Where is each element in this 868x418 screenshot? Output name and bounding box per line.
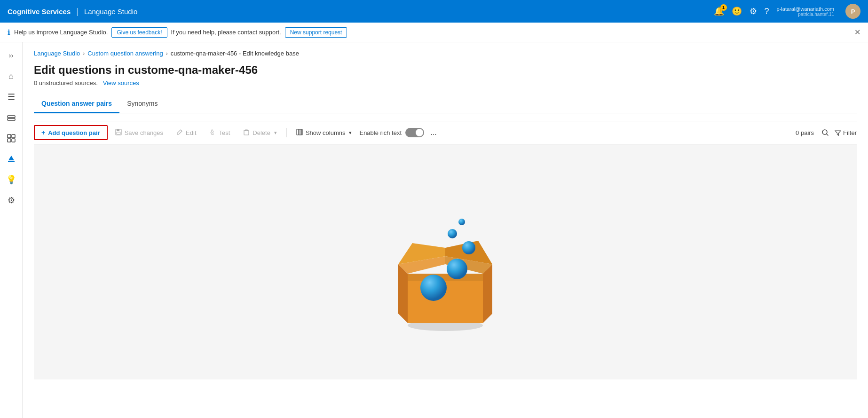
test-btn-label: Test bbox=[219, 129, 230, 136]
svg-rect-4 bbox=[8, 139, 11, 142]
main-content: Language Studio › Custom question answer… bbox=[23, 42, 868, 418]
banner: ℹ Help us improve Language Studio. Give … bbox=[0, 23, 868, 42]
svg-point-28 bbox=[447, 259, 467, 279]
svg-marker-19 bbox=[408, 274, 483, 323]
svg-marker-26 bbox=[408, 274, 483, 281]
filter-button[interactable]: Filter bbox=[835, 129, 857, 136]
breadcrumb-lang-studio[interactable]: Language Studio bbox=[34, 50, 80, 57]
close-icon[interactable]: ✕ bbox=[854, 28, 860, 37]
feedback-icon[interactable]: 🙂 bbox=[732, 6, 742, 16]
svg-rect-5 bbox=[12, 139, 15, 142]
show-columns-label: Show columns bbox=[306, 129, 346, 136]
sidebar-item-settings[interactable]: ⚙ bbox=[2, 191, 21, 210]
topbar-divider: | bbox=[76, 7, 79, 16]
notification-badge: 1 bbox=[720, 4, 727, 11]
tab-synonyms[interactable]: Synonyms bbox=[119, 95, 165, 113]
page-subtitle: 0 unstructured sources. View sources bbox=[34, 79, 857, 87]
svg-rect-15 bbox=[301, 129, 302, 135]
sidebar-item-deploy[interactable] bbox=[2, 150, 21, 168]
sidebar-item-storage[interactable] bbox=[2, 108, 21, 127]
add-question-pair-button[interactable]: + Add question pair bbox=[34, 125, 108, 140]
support-text: If you need help, please contact support… bbox=[171, 29, 281, 36]
svg-rect-14 bbox=[299, 129, 301, 135]
svg-point-27 bbox=[420, 275, 447, 301]
help-icon[interactable]: ? bbox=[765, 7, 769, 16]
breadcrumb-sep-2: › bbox=[166, 50, 168, 57]
view-sources-link[interactable]: View sources bbox=[103, 79, 139, 87]
svg-rect-13 bbox=[297, 129, 299, 135]
studio-label: Language Studio bbox=[84, 8, 137, 16]
add-btn-label: Add question pair bbox=[48, 129, 100, 136]
delete-btn-label: Delete bbox=[253, 129, 270, 136]
info-icon: ℹ bbox=[8, 28, 10, 37]
toolbar-divider-1 bbox=[286, 128, 287, 137]
toolbar: + Add question pair Save changes bbox=[34, 121, 857, 144]
save-icon bbox=[115, 129, 122, 137]
breadcrumb-current: custome-qna-maker-456 - Edit knowledge b… bbox=[171, 50, 299, 57]
empty-box-svg bbox=[379, 187, 511, 337]
breadcrumb-custom-qa[interactable]: Custom question answering bbox=[87, 50, 163, 57]
layout: ›› ⌂ ☰ 💡 ⚙ L bbox=[0, 42, 868, 418]
svg-marker-21 bbox=[483, 264, 492, 323]
svg-marker-7 bbox=[8, 156, 14, 160]
svg-rect-3 bbox=[12, 134, 15, 138]
svg-point-29 bbox=[462, 241, 475, 254]
search-button[interactable] bbox=[818, 125, 833, 140]
columns-icon bbox=[296, 129, 303, 137]
more-button[interactable]: ... bbox=[426, 125, 441, 140]
sidebar: ›› ⌂ ☰ 💡 ⚙ bbox=[0, 42, 23, 418]
brand-label: Cognitive Services bbox=[8, 8, 71, 16]
save-btn-label: Save changes bbox=[125, 129, 163, 136]
svg-rect-0 bbox=[8, 116, 15, 118]
svg-rect-1 bbox=[8, 118, 15, 120]
empty-illustration bbox=[379, 187, 511, 337]
show-columns-button[interactable]: Show columns ▾ bbox=[291, 126, 358, 140]
delete-icon bbox=[243, 129, 250, 137]
empty-state bbox=[34, 144, 857, 379]
sidebar-item-knowledge[interactable] bbox=[2, 129, 21, 148]
feedback-button[interactable]: Give us feedback! bbox=[111, 27, 167, 38]
rich-text-toggle[interactable] bbox=[405, 128, 424, 137]
svg-marker-20 bbox=[398, 264, 408, 323]
tab-qa-pairs[interactable]: Question answer pairs bbox=[34, 95, 119, 113]
edit-button[interactable]: Edit bbox=[171, 126, 202, 140]
pairs-count: 0 pairs bbox=[796, 129, 814, 136]
filter-label: Filter bbox=[843, 129, 857, 136]
sidebar-item-bulb[interactable]: 💡 bbox=[2, 170, 21, 189]
banner-text: Help us improve Language Studio. bbox=[14, 29, 108, 36]
svg-point-31 bbox=[458, 219, 465, 225]
tabs: Question answer pairs Synonyms bbox=[34, 95, 857, 113]
svg-point-30 bbox=[448, 229, 457, 238]
edit-icon bbox=[176, 129, 183, 137]
sidebar-item-menu[interactable]: ☰ bbox=[2, 87, 21, 106]
svg-line-17 bbox=[827, 134, 829, 136]
delete-button[interactable]: Delete ▾ bbox=[237, 126, 283, 140]
breadcrumb: Language Studio › Custom question answer… bbox=[34, 50, 857, 57]
sidebar-expand-button[interactable]: ›› bbox=[2, 46, 21, 65]
svg-rect-10 bbox=[117, 132, 120, 134]
svg-rect-2 bbox=[8, 134, 11, 138]
page-title: Edit questions in custome-qna-maker-456 bbox=[34, 63, 857, 77]
user-name: p-lataral@wanariath.com bbox=[777, 6, 834, 12]
plus-icon: + bbox=[41, 129, 45, 136]
settings-icon[interactable]: ⚙ bbox=[750, 6, 757, 16]
edit-btn-label: Edit bbox=[186, 129, 196, 136]
delete-caret: ▾ bbox=[274, 130, 277, 136]
show-columns-caret: ▾ bbox=[349, 130, 352, 136]
subtitle-prefix: 0 unstructured sources. bbox=[34, 79, 98, 87]
sidebar-item-home[interactable]: ⌂ bbox=[2, 67, 21, 86]
svg-rect-9 bbox=[117, 129, 119, 131]
test-icon bbox=[210, 129, 216, 137]
rich-text-toggle-wrap: Enable rich text bbox=[359, 128, 424, 137]
test-button[interactable]: Test bbox=[204, 126, 236, 140]
avatar[interactable]: P bbox=[845, 4, 860, 19]
user-info: p-lataral@wanariath.com patricla.hantef.… bbox=[777, 6, 834, 17]
topbar-right: 🔔 1 🙂 ⚙ ? p-lataral@wanariath.com patric… bbox=[714, 4, 860, 19]
support-button[interactable]: New support request bbox=[285, 27, 347, 38]
svg-rect-11 bbox=[244, 131, 249, 135]
save-changes-button[interactable]: Save changes bbox=[110, 126, 169, 140]
breadcrumb-sep-1: › bbox=[83, 50, 85, 57]
notification-icon[interactable]: 🔔 1 bbox=[714, 6, 724, 16]
user-sub: patricla.hantef.11 bbox=[798, 12, 834, 17]
topbar: Cognitive Services | Language Studio 🔔 1… bbox=[0, 0, 868, 23]
